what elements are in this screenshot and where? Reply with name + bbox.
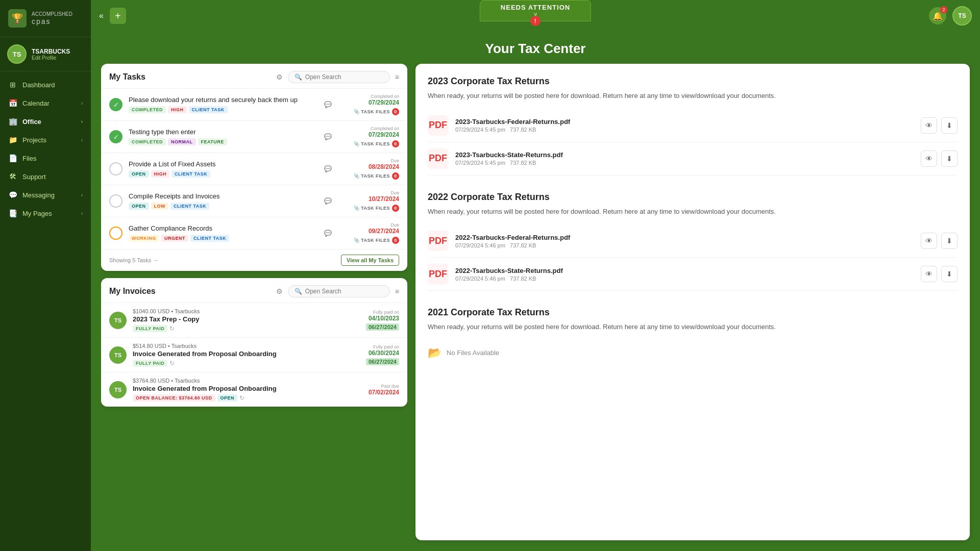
pdf-actions: 👁 ⬇ bbox=[921, 151, 958, 167]
sidebar-collapse-button[interactable]: « bbox=[99, 11, 104, 20]
invoice-filter-icon[interactable]: ⚙ bbox=[276, 287, 283, 295]
pdf-download-button[interactable]: ⬇ bbox=[941, 117, 958, 134]
task-tags: OPENHIGHCLIENT TASK bbox=[129, 170, 318, 178]
task-status-icon bbox=[109, 227, 122, 240]
tag-working: WORKING bbox=[129, 235, 159, 242]
sidebar-item-files[interactable]: 📄 Files bbox=[0, 149, 91, 167]
search-icon: 🔍 bbox=[295, 73, 302, 81]
right-panel: 2023 Corporate Tax Returns When ready, y… bbox=[415, 64, 970, 540]
invoice-date-label: Fully paid on bbox=[366, 310, 399, 315]
task-meta: Completed on 07/29/2024 📎 TASK FILES 0 bbox=[338, 94, 399, 115]
task-files: 📎 TASK FILES 0 bbox=[338, 172, 399, 180]
list-item[interactable]: TS $3764.80 USD • Tsarbucks Invoice Gene… bbox=[101, 372, 407, 407]
task-files: 📎 TASK FILES 0 bbox=[338, 237, 399, 244]
view-all-tasks-button[interactable]: View all My Tasks bbox=[341, 255, 399, 266]
chevron-right-icon: › bbox=[81, 192, 83, 198]
pdf-preview-button[interactable]: 👁 bbox=[921, 266, 937, 282]
task-comment-icon[interactable]: 💬 bbox=[324, 165, 332, 172]
sidebar-item-messaging[interactable]: 💬 Messaging › bbox=[0, 186, 91, 204]
notifications-button[interactable]: 🔔 2 bbox=[929, 7, 946, 24]
pdf-download-button[interactable]: ⬇ bbox=[941, 266, 958, 282]
invoice-name: Invoice Generated from Proposal Onboardi… bbox=[133, 350, 360, 358]
invoice-date2: 06/27/2024 bbox=[366, 323, 399, 331]
table-row[interactable]: ✓ Testing type then enter COMPLETEDNORMA… bbox=[101, 120, 407, 153]
files-count-badge: 0 bbox=[392, 140, 399, 147]
no-files-label: No Files Available bbox=[447, 349, 499, 357]
sidebar-item-office[interactable]: 🏢 Office › bbox=[0, 112, 91, 131]
task-date-label: Completed on bbox=[338, 126, 399, 131]
user-avatar-top[interactable]: TS bbox=[952, 6, 972, 26]
pdf-preview-button[interactable]: 👁 bbox=[921, 151, 937, 167]
task-search-input[interactable] bbox=[305, 73, 383, 81]
pdf-preview-button[interactable]: 👁 bbox=[921, 117, 937, 134]
refresh-icon[interactable]: ↻ bbox=[169, 325, 175, 332]
invoice-body: $1040.00 USD • Tsarbucks 2023 Tax Prep -… bbox=[133, 308, 360, 332]
filter-icon[interactable]: ⚙ bbox=[276, 73, 283, 81]
dashboard-icon: ⊞ bbox=[8, 81, 17, 89]
invoice-tag-paid: FULLY PAID bbox=[133, 325, 167, 332]
task-comment-icon[interactable]: 💬 bbox=[324, 230, 332, 237]
sidebar-item-label: Calendar bbox=[22, 99, 50, 107]
task-comment-icon[interactable]: 💬 bbox=[324, 133, 332, 140]
page-title: Your Tax Center bbox=[91, 32, 980, 64]
invoice-search-input[interactable] bbox=[305, 288, 383, 295]
sidebar-item-support[interactable]: 🛠 Support bbox=[0, 167, 91, 186]
task-menu-dots[interactable]: ≡ bbox=[395, 73, 399, 81]
pdf-icon: PDF bbox=[428, 231, 448, 251]
task-date-label: Due bbox=[338, 190, 399, 195]
add-button[interactable]: + bbox=[110, 8, 126, 24]
sidebar-item-calendar[interactable]: 📅 Calendar › bbox=[0, 94, 91, 112]
invoice-name: Invoice Generated from Proposal Onboardi… bbox=[133, 385, 362, 392]
task-files: 📎 TASK FILES 0 bbox=[338, 205, 399, 212]
tax-section-desc: When ready, your returns will be posted … bbox=[428, 91, 958, 101]
table-row[interactable]: ✓ Please download your returns and secur… bbox=[101, 88, 407, 120]
showing-count: Showing 5 Tasks → bbox=[109, 257, 158, 263]
invoice-search-wrapper[interactable]: 🔍 bbox=[288, 285, 390, 297]
projects-icon: 📁 bbox=[8, 136, 17, 144]
sidebar-profile[interactable]: TS TSARBUCKS Edit Profile bbox=[0, 37, 91, 71]
sidebar-item-label: My Pages bbox=[22, 210, 52, 217]
task-tags: COMPLETEDHIGHCLIENT TASK bbox=[129, 106, 318, 113]
task-search-wrapper[interactable]: 🔍 bbox=[288, 71, 390, 83]
chevron-right-icon: › bbox=[81, 211, 83, 216]
invoice-date: 07/02/2024 bbox=[369, 389, 399, 396]
tax-section-title: 2023 Corporate Tax Returns bbox=[428, 76, 958, 87]
sidebar-item-dashboard[interactable]: ⊞ Dashboard bbox=[0, 76, 91, 94]
task-comment-icon[interactable]: 💬 bbox=[324, 101, 332, 108]
invoice-menu-dots[interactable]: ≡ bbox=[395, 287, 399, 295]
pdf-download-button[interactable]: ⬇ bbox=[941, 151, 958, 167]
invoice-meta: Fully paid on 04/10/2023 06/27/2024 bbox=[366, 310, 399, 331]
edit-profile-link[interactable]: Edit Profile bbox=[32, 55, 70, 61]
pdf-download-button[interactable]: ⬇ bbox=[941, 233, 958, 249]
table-row[interactable]: Compile Receipts and Invoices OPENLOWCLI… bbox=[101, 185, 407, 217]
files-count-badge: 0 bbox=[392, 237, 399, 244]
tax-section-2023: 2023 Corporate Tax Returns When ready, y… bbox=[428, 76, 958, 176]
pdf-name: 2023-Tsarbucks-State-Returns.pdf bbox=[455, 151, 914, 159]
task-body: Please download your returns and securel… bbox=[129, 96, 318, 113]
refresh-icon[interactable]: ↻ bbox=[239, 394, 244, 402]
left-panel: My Tasks ⚙ 🔍 ≡ ✓ Please download your re… bbox=[101, 64, 407, 540]
sidebar-item-label: Messaging bbox=[22, 191, 55, 199]
sidebar-item-projects[interactable]: 📁 Projects › bbox=[0, 131, 91, 149]
sidebar-item-mypages[interactable]: 📑 My Pages › bbox=[0, 204, 91, 222]
tag-completed: COMPLETED bbox=[129, 138, 166, 145]
avatar: TS bbox=[109, 381, 127, 398]
my-tasks-footer: Showing 5 Tasks → View all My Tasks bbox=[101, 249, 407, 271]
invoice-tag-paid: FULLY PAID bbox=[133, 360, 167, 367]
table-row[interactable]: Provide a List of Fixed Assets OPENHIGHC… bbox=[101, 153, 407, 185]
pdf-preview-button[interactable]: 👁 bbox=[921, 233, 937, 249]
pdf-meta: 07/29/2024 5:45 pm 737.82 KB bbox=[455, 160, 914, 166]
pdf-meta: 07/29/2024 5:45 pm 737.82 KB bbox=[455, 127, 914, 133]
refresh-icon[interactable]: ↻ bbox=[169, 360, 175, 367]
needs-attention-banner[interactable]: NEEDS ATTENTION ∨ ! bbox=[480, 0, 591, 21]
table-row[interactable]: Gather Compliance Records WORKINGURGENTC… bbox=[101, 217, 407, 249]
pdf-icon: PDF bbox=[428, 115, 448, 136]
folder-icon: 📂 bbox=[428, 346, 442, 360]
list-item[interactable]: TS $1040.00 USD • Tsarbucks 2023 Tax Pre… bbox=[101, 303, 407, 337]
task-date-label: Due bbox=[338, 222, 399, 228]
list-item[interactable]: TS $514.80 USD • Tsarbucks Invoice Gener… bbox=[101, 337, 407, 372]
task-comment-icon[interactable]: 💬 bbox=[324, 197, 332, 205]
invoice-date-label: Fully paid on bbox=[366, 344, 399, 349]
task-date: 10/27/2024 bbox=[338, 195, 399, 203]
sidebar-logo: 🏆 ACCOMPLISHED cpas bbox=[0, 0, 91, 37]
